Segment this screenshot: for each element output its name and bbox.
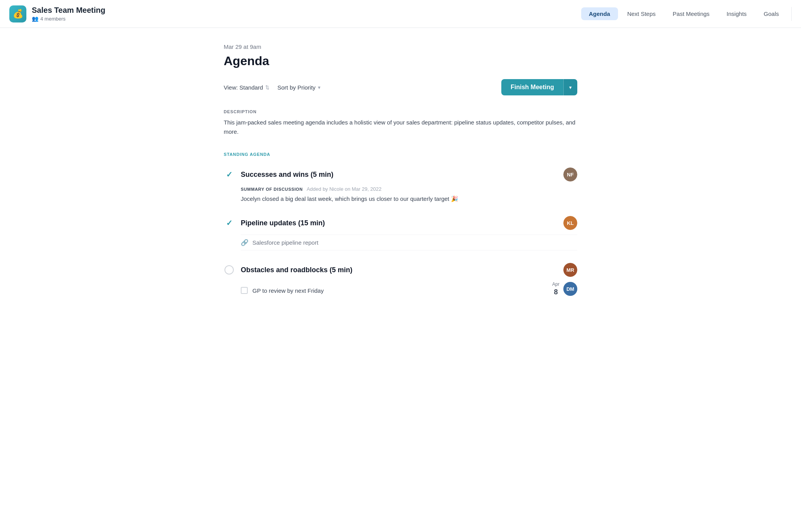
avatar-kl: KL — [563, 216, 577, 230]
view-selector[interactable]: View: Standard ⇅ — [224, 84, 269, 91]
date-day-3: 8 — [552, 288, 559, 297]
description-label: DESCRIPTION — [224, 109, 577, 114]
date-month-3: Apr — [552, 282, 559, 288]
sort-selector[interactable]: Sort by Priority ▾ — [277, 84, 320, 91]
sort-chevron-icon: ▾ — [318, 85, 321, 90]
agenda-item-1-title: Successes and wins (5 min) — [241, 171, 563, 179]
sort-label: Sort by Priority — [277, 84, 315, 91]
header: 💰 Sales Team Meeting 👥 4 members Agenda … — [0, 0, 801, 28]
summary-label-1: SUMMARY OF DISCUSSION — [241, 187, 303, 192]
view-arrows-icon: ⇅ — [265, 85, 269, 90]
agenda-avatar-1: NF — [563, 168, 577, 181]
agenda-item-2: ✓ Pipeline updates (15 min) KL 🔗 Salesfo… — [224, 216, 577, 250]
avatar-mr: MR — [563, 263, 577, 277]
standing-agenda-label: STANDING AGENDA — [224, 152, 577, 157]
check-icon-1: ✓ — [224, 169, 235, 180]
summary-meta-1: Added by Nicole on Mar 29, 2022 — [307, 186, 382, 192]
dropdown-arrow-icon: ▾ — [569, 85, 572, 90]
header-title-group: Sales Team Meeting 👥 4 members — [32, 6, 105, 22]
link-attachment-2[interactable]: 🔗 Salesforce pipeline report — [241, 235, 577, 250]
date-badge-3: Apr 8 — [552, 282, 559, 297]
link-icon: 🔗 — [241, 239, 249, 246]
check-icon-3[interactable] — [224, 264, 235, 275]
agenda-item-3: Obstacles and roadblocks (5 min) MR GP t… — [224, 263, 577, 297]
summary-text-1: Jocelyn closed a big deal last week, whi… — [241, 194, 577, 204]
agenda-item-2-title: Pipeline updates (15 min) — [241, 219, 563, 227]
header-nav: Agenda Next Steps Past Meetings Insights… — [581, 7, 787, 20]
description-text: This jam-packed sales meeting agenda inc… — [224, 118, 577, 136]
meeting-heading: Agenda — [224, 54, 577, 68]
agenda-avatar-2: KL — [563, 216, 577, 230]
tab-agenda[interactable]: Agenda — [581, 7, 618, 20]
todo-meta-3: Apr 8 DM — [552, 282, 577, 297]
toolbar: View: Standard ⇅ Sort by Priority ▾ Fini… — [224, 79, 577, 95]
finish-meeting-button[interactable]: Finish Meeting — [501, 79, 563, 95]
tab-next-steps[interactable]: Next Steps — [620, 7, 663, 20]
view-label: View: Standard — [224, 84, 263, 91]
finish-meeting-dropdown-button[interactable]: ▾ — [563, 79, 577, 95]
meeting-title-header: Sales Team Meeting — [32, 6, 105, 15]
todo-checkbox-3[interactable] — [241, 287, 248, 294]
agenda-avatar-3: MR — [563, 263, 577, 277]
unchecked-circle-icon[interactable] — [224, 265, 234, 275]
tab-goals[interactable]: Goals — [756, 7, 787, 20]
agenda-item-3-title: Obstacles and roadblocks (5 min) — [241, 266, 563, 274]
todo-row-3: GP to review by next Friday Apr 8 DM — [241, 282, 577, 297]
main-content: Mar 29 at 9am Agenda View: Standard ⇅ So… — [214, 28, 587, 332]
summary-header-1: SUMMARY OF DISCUSSION Added by Nicole on… — [241, 186, 577, 192]
check-icon-2: ✓ — [224, 218, 235, 228]
finish-meeting-button-group: Finish Meeting ▾ — [501, 79, 577, 95]
header-members: 👥 4 members — [32, 16, 105, 22]
avatar-nicole: NF — [563, 168, 577, 181]
app-icon: 💰 — [9, 5, 26, 22]
summary-block-1: SUMMARY OF DISCUSSION Added by Nicole on… — [241, 186, 577, 204]
todo-block-3: GP to review by next Friday — [241, 287, 552, 294]
agenda-item-1: ✓ Successes and wins (5 min) NF SUMMARY … — [224, 168, 577, 204]
avatar-dm: DM — [563, 282, 577, 296]
header-divider — [791, 7, 792, 21]
link-text-2: Salesforce pipeline report — [252, 239, 318, 246]
meeting-date: Mar 29 at 9am — [224, 43, 577, 50]
agenda-item-1-header: ✓ Successes and wins (5 min) NF — [224, 168, 577, 181]
agenda-item-2-header: ✓ Pipeline updates (15 min) KL — [224, 216, 577, 230]
tab-past-meetings[interactable]: Past Meetings — [665, 7, 717, 20]
members-icon: 👥 — [32, 16, 38, 22]
agenda-item-3-header: Obstacles and roadblocks (5 min) MR — [224, 263, 577, 277]
todo-text-3: GP to review by next Friday — [252, 287, 324, 294]
tab-insights[interactable]: Insights — [719, 7, 754, 20]
header-left: 💰 Sales Team Meeting 👥 4 members — [9, 5, 133, 22]
